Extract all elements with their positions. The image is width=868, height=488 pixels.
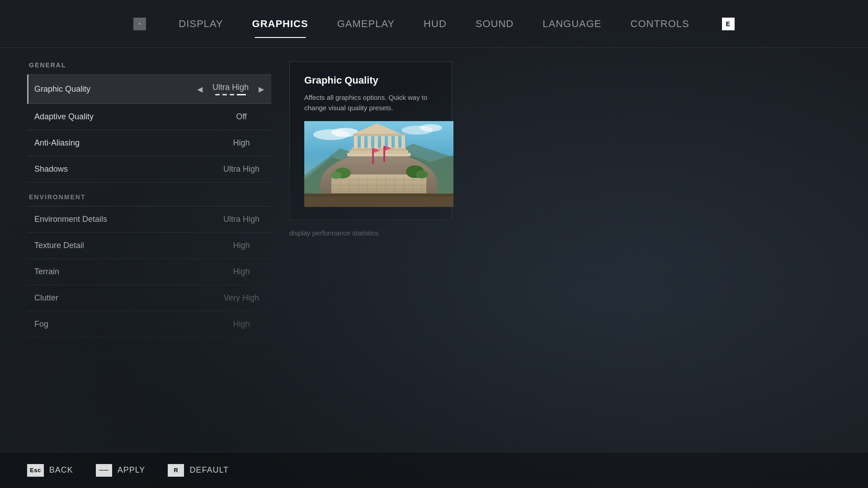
nav-language-label: Language bbox=[542, 18, 601, 29]
temple-scene-svg bbox=[304, 121, 453, 207]
svg-rect-34 bbox=[372, 148, 374, 164]
info-card-image bbox=[304, 121, 453, 207]
svg-point-4 bbox=[420, 124, 442, 131]
settings-screen: · Display Graphics Gameplay HUD Sound La… bbox=[0, 0, 868, 488]
nav-item-controls[interactable]: Controls bbox=[616, 10, 704, 38]
nav-dot-icon[interactable]: · bbox=[119, 9, 164, 38]
nav-end-badge-container: E bbox=[704, 9, 749, 38]
svg-rect-33 bbox=[353, 134, 405, 136]
apply-key-label: APPLY bbox=[118, 465, 146, 475]
svg-rect-30 bbox=[395, 135, 398, 148]
nav-end-badge: E bbox=[722, 18, 735, 30]
nav-gameplay-label: Gameplay bbox=[337, 18, 395, 29]
svg-rect-27 bbox=[374, 135, 378, 148]
svg-rect-43 bbox=[304, 194, 453, 197]
bg-figure bbox=[326, 0, 868, 488]
nav-item-display[interactable]: Display bbox=[164, 10, 237, 38]
nav-controls-label: Controls bbox=[631, 18, 689, 29]
nav-item-sound[interactable]: Sound bbox=[461, 10, 528, 38]
default-key-badge: R bbox=[168, 464, 184, 477]
nav-display-label: Display bbox=[179, 18, 223, 29]
svg-rect-31 bbox=[401, 135, 405, 148]
nav-graphics-label: Graphics bbox=[252, 18, 308, 29]
nav-sound-label: Sound bbox=[476, 18, 514, 29]
svg-rect-29 bbox=[388, 135, 392, 148]
nav-item-gameplay[interactable]: Gameplay bbox=[323, 10, 409, 38]
apply-action[interactable]: —— APPLY bbox=[96, 464, 146, 477]
svg-point-40 bbox=[330, 172, 341, 179]
svg-rect-26 bbox=[368, 135, 371, 148]
default-action[interactable]: R DEFAULT bbox=[168, 464, 229, 477]
nav-item-hud[interactable]: HUD bbox=[409, 10, 461, 38]
svg-rect-36 bbox=[383, 146, 385, 162]
back-action[interactable]: Esc BACK bbox=[27, 464, 73, 477]
svg-rect-24 bbox=[354, 135, 358, 148]
back-key-label: BACK bbox=[49, 465, 73, 475]
nav-item-graphics[interactable]: Graphics bbox=[238, 10, 323, 38]
svg-rect-25 bbox=[361, 135, 364, 148]
bottom-bar: Esc BACK —— APPLY R DEFAULT bbox=[0, 452, 868, 488]
top-nav: · Display Graphics Gameplay HUD Sound La… bbox=[0, 0, 868, 48]
back-key-badge: Esc bbox=[27, 464, 44, 477]
nav-start-badge: · bbox=[133, 18, 146, 30]
nav-hud-label: HUD bbox=[424, 18, 447, 29]
svg-point-41 bbox=[415, 170, 428, 178]
default-key-label: DEFAULT bbox=[189, 465, 229, 475]
apply-key-badge: —— bbox=[96, 464, 112, 477]
nav-item-language[interactable]: Language bbox=[528, 10, 616, 38]
